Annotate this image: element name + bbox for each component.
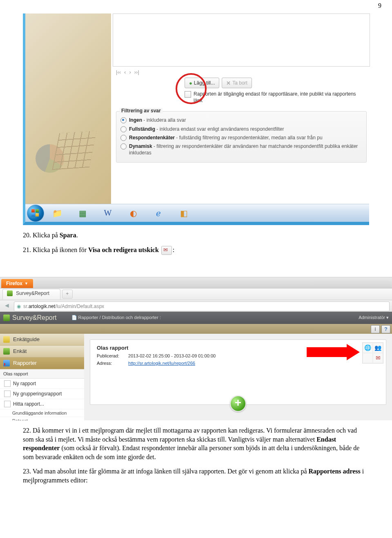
sidebar-item-ny-grupperingsrapport[interactable]: Ny grupperingsrapport	[0, 389, 84, 399]
doc-icon	[4, 380, 11, 387]
back-icon[interactable]: ◄	[2, 302, 11, 311]
url-path: /lu/Admin/Default.aspx	[55, 304, 104, 309]
sidebar: Enkätguide Enkät Rapporter Olas rapport …	[0, 334, 85, 420]
fieldset-legend: Filtrering av svar	[120, 108, 163, 114]
radio-option-fullstandig[interactable]: Fullständig - inkludera endast svar enli…	[120, 126, 362, 132]
sidebar-item-rapporter[interactable]: Rapporter	[0, 357, 84, 369]
remove-button[interactable]: ✕ Ta bort	[222, 78, 252, 88]
step-21: 21. Klicka på ikonen för Visa och redige…	[23, 246, 369, 255]
globe-icon: ◉	[17, 304, 21, 309]
radio-option-ingen[interactable]: Ingen - inkludera alla svar	[120, 117, 362, 123]
browser-tab[interactable]: Survey&Report	[2, 289, 60, 299]
radio-option-dynamisk[interactable]: Dynamisk - filtrering av respondentenkät…	[120, 143, 362, 156]
radio[interactable]	[120, 126, 127, 132]
pager-next-icon[interactable]: ›	[128, 69, 131, 75]
doc-icon	[4, 391, 11, 397]
page-number: 9	[0, 0, 392, 9]
public-checkbox-row[interactable]: Rapporten är tillgänglig endast för rapp…	[185, 91, 356, 104]
sidebar-item-ny-rapport[interactable]: Ny rapport	[0, 379, 84, 389]
list-box	[113, 13, 370, 67]
radio[interactable]	[120, 117, 127, 123]
pager-prev-icon[interactable]: ‹	[123, 69, 127, 75]
url-prefix: sr.	[23, 304, 29, 309]
chevron-down-icon: ▼	[24, 281, 28, 286]
screenshot-survey-and-report: Firefox ▼ Survey&Report + ◄ ◉ sr.artolog…	[0, 277, 392, 420]
radio[interactable]	[120, 143, 127, 150]
info-button[interactable]: i	[371, 325, 380, 333]
step-20: 20. Klicka på Spara.	[23, 231, 369, 240]
sidebar-item-enkatguide[interactable]: Enkätguide	[0, 334, 84, 346]
survey-icon	[3, 348, 10, 355]
taskbar-ie[interactable]: ℯ	[146, 206, 171, 221]
x-icon: ✕	[226, 80, 231, 86]
sidebar-item-enkat[interactable]: Enkät	[0, 346, 84, 357]
firefox-menu-label: Firefox	[6, 281, 22, 286]
app-header: Survey&Report 📄 Rapporter / Distribution…	[0, 312, 392, 324]
breadcrumb: 📄 Rapporter / Distribution och delrappor…	[57, 315, 359, 320]
report-action-icons: 🌐 👥 ✉	[362, 342, 383, 364]
radio[interactable]	[120, 135, 127, 141]
taskbar-outlook[interactable]: ◧	[172, 206, 196, 221]
report-icon	[3, 360, 10, 366]
pager: |‹‹ ‹ › ››|	[115, 69, 370, 75]
annotation-arrow	[307, 345, 360, 359]
taskbar-excel[interactable]: ▦	[70, 206, 95, 221]
annotation-circle	[176, 73, 207, 104]
new-tab-button[interactable]: +	[62, 290, 73, 299]
content-toolbar: ? i	[0, 324, 392, 334]
firefox-menu-button[interactable]: Firefox ▼	[1, 279, 33, 288]
screenshot-filter-panel: |‹‹ ‹ › ››| ● Lägg till... ✕ Ta bort Rap…	[23, 13, 369, 225]
globe-icon[interactable]: 🌐	[363, 343, 373, 353]
desktop-background	[25, 13, 111, 222]
wizard-icon	[3, 336, 10, 343]
app-logo-icon	[3, 315, 10, 321]
pager-last-icon[interactable]: ››|	[134, 69, 140, 75]
blank-cell	[363, 353, 373, 363]
browser-tab-title: Survey&Report	[16, 290, 49, 296]
filter-fieldset: Filtrering av svar Ingen - inkludera all…	[116, 111, 367, 163]
sidebar-subhead: Olas rapport	[0, 369, 84, 379]
pager-first-icon[interactable]: |‹‹	[115, 69, 122, 75]
users-icon[interactable]: 👥	[373, 343, 383, 353]
url-domain: artologik.net	[29, 304, 55, 309]
sidebar-item-hitta-rapport[interactable]: Hitta rapport...	[0, 399, 84, 409]
main-content: Olas rapport Publicerad: 2013-02-02 16:2…	[84, 334, 392, 420]
mail-edit-icon	[161, 246, 172, 255]
sidebar-sub-grundlaggande[interactable]: Grundläggande information	[0, 409, 84, 417]
site-favicon-icon	[7, 290, 13, 296]
mail-edit-icon[interactable]: ✉	[373, 353, 383, 363]
add-report-button[interactable]: +	[230, 395, 246, 412]
report-card: Olas rapport Publicerad: 2013-02-02 16:2…	[90, 339, 386, 405]
remove-button-label: Ta bort	[232, 80, 247, 86]
step-23: 23. Vad man absolut inte får glömma är a…	[23, 467, 369, 484]
taskbar-firefox[interactable]: ◐	[121, 206, 145, 221]
search-icon	[4, 401, 11, 407]
step-22: 22. Då kommer vi in i ett mejlprogram dä…	[23, 426, 369, 461]
app-logo-text: Survey&Report	[12, 314, 57, 321]
taskbar-explorer[interactable]: 📁	[45, 206, 69, 221]
user-role-label: Administratör ▾	[359, 315, 389, 320]
help-button[interactable]: ?	[381, 325, 390, 333]
report-address-row: Adress: http://sr.artologik.net/lu/repor…	[97, 361, 379, 366]
sidebar-sub-dataset[interactable]: Dataset	[0, 417, 84, 420]
taskbar-word[interactable]: W	[96, 206, 120, 221]
radio-option-respondentenkater[interactable]: Respondentenkäter - fullständig filtreri…	[120, 134, 362, 141]
address-bar[interactable]: ◉ sr.artologik.net/lu/Admin/Default.aspx	[14, 301, 390, 311]
report-address-link[interactable]: http://sr.artologik.net/lu/report/266	[128, 361, 195, 366]
start-button[interactable]	[27, 205, 44, 222]
checkbox-label: Rapporten är tillgänglig endast för rapp…	[194, 91, 356, 104]
windows-taskbar: 📁 ▦ W ◐ ℯ ◧	[25, 204, 369, 222]
